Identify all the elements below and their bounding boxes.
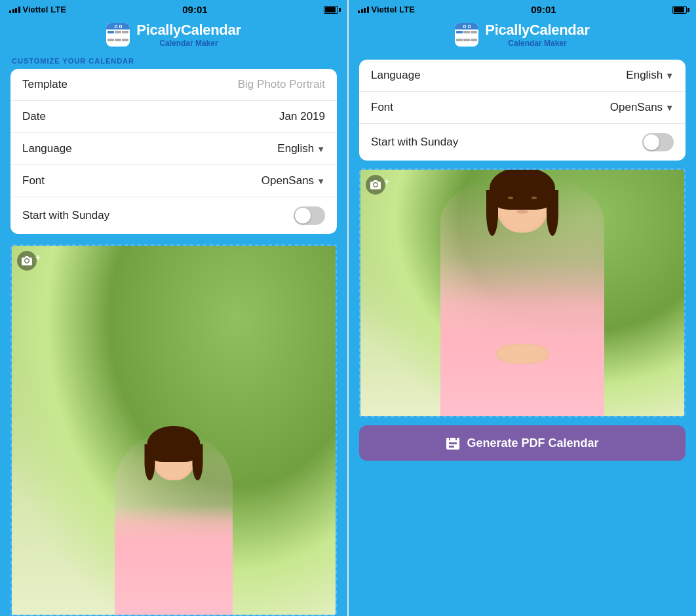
date-value: Jan 2019 [279, 110, 325, 123]
section-label: CUSTOMIZE YOUR CALENDAR [0, 54, 347, 69]
language-dropdown-left[interactable]: English ▼ [277, 142, 325, 155]
template-value: Big Photo Portrait [238, 78, 325, 91]
status-right-right [672, 6, 687, 14]
carrier-label-right: Viettel [372, 5, 397, 14]
sunday-label-left: Start with Sunday [22, 209, 109, 222]
svg-rect-7 [449, 446, 452, 448]
carrier-label: Viettel [23, 5, 48, 14]
time-label-right: 09:01 [531, 4, 556, 15]
status-left: Viettel LTE [9, 5, 66, 14]
status-bar-left: Viettel LTE 09:01 [0, 0, 347, 18]
battery-icon [324, 6, 338, 14]
camera-icon-right [370, 180, 381, 189]
toggle-knob-right [644, 134, 659, 150]
battery-icon-right [672, 6, 687, 14]
font-label-left: Font [22, 174, 45, 187]
camera-icon-left [22, 256, 32, 265]
toggle-knob-left [295, 208, 311, 223]
app-name-right: PicallyCalendar [485, 22, 589, 39]
sunday-toggle-right[interactable] [642, 133, 674, 151]
svg-rect-8 [452, 446, 454, 448]
font-arrow-right: ▼ [665, 103, 674, 113]
status-bar-right: Viettel LTE 09:01 [349, 0, 696, 18]
language-label-right: Language [371, 69, 421, 82]
app-header-right: PicallyCalendar Calendar Maker [349, 18, 696, 54]
svg-rect-4 [449, 442, 452, 444]
language-dropdown-right[interactable]: English ▼ [626, 69, 674, 82]
language-row-right[interactable]: Language English ▼ [359, 60, 686, 92]
network-label-right: LTE [399, 5, 415, 14]
status-left-right: Viettel LTE [358, 5, 415, 14]
add-icon-left: + [35, 252, 41, 263]
sunday-row-left[interactable]: Start with Sunday [10, 197, 337, 234]
font-row-right[interactable]: Font OpenSans ▼ [359, 92, 686, 124]
app-subtitle-left: Calendar Maker [136, 39, 241, 48]
sunday-row-right[interactable]: Start with Sunday [359, 124, 686, 161]
photo-area-right[interactable]: + [359, 168, 686, 417]
language-row-left[interactable]: Language English ▼ [10, 133, 337, 165]
language-label-left: Language [22, 142, 72, 155]
font-row-left[interactable]: Font OpenSans ▼ [10, 165, 337, 197]
sunday-toggle-left[interactable] [294, 206, 325, 225]
app-logo-right [455, 23, 478, 47]
pdf-calendar-icon [446, 436, 460, 450]
language-value-right: English [626, 69, 663, 82]
generate-pdf-button[interactable]: Generate PDF Calendar [359, 425, 686, 461]
date-label: Date [22, 110, 46, 123]
template-row[interactable]: Template Big Photo Portrait [10, 69, 337, 101]
panel-left: Viettel LTE 09:01 PicallyCal [0, 0, 347, 616]
camera-button-right[interactable] [366, 175, 385, 195]
language-value-left: English [277, 142, 314, 155]
svg-rect-5 [452, 442, 454, 444]
font-value-left: OpenSans [261, 174, 314, 187]
font-dropdown-left[interactable]: OpenSans ▼ [261, 174, 325, 187]
portrait-image-right [440, 174, 604, 416]
font-dropdown-right[interactable]: OpenSans ▼ [610, 101, 674, 114]
font-label-right: Font [371, 101, 393, 114]
settings-card-left: Template Big Photo Portrait Date Jan 201… [10, 69, 337, 234]
generate-btn-label: Generate PDF Calendar [467, 436, 598, 450]
sunday-label-right: Start with Sunday [371, 136, 458, 149]
time-label: 09:01 [182, 4, 207, 15]
app-logo-left [106, 23, 130, 47]
font-value-right: OpenSans [610, 101, 663, 114]
portrait-image-left [115, 431, 233, 615]
app-subtitle-right: Calendar Maker [485, 39, 589, 48]
font-arrow-left: ▼ [317, 176, 325, 186]
status-right [324, 6, 338, 14]
date-row[interactable]: Date Jan 2019 [10, 101, 337, 133]
network-label: LTE [50, 5, 66, 14]
camera-button-left[interactable] [17, 251, 37, 271]
app-name-left: PicallyCalendar [136, 22, 241, 39]
settings-card-right: Language English ▼ Font OpenSans ▼ Start… [359, 60, 686, 161]
language-arrow-left: ▼ [317, 144, 325, 154]
language-arrow-right: ▼ [665, 71, 674, 81]
template-label: Template [22, 78, 68, 91]
svg-rect-6 [454, 442, 457, 444]
photo-area-left[interactable]: + [10, 244, 337, 616]
signal-icon [9, 7, 20, 13]
signal-icon-right [358, 7, 369, 13]
app-header-left: PicallyCalendar Calendar Maker [0, 18, 347, 54]
panel-right: Viettel LTE 09:01 PicallyCal [349, 0, 696, 616]
add-icon-right: + [384, 176, 389, 187]
svg-rect-1 [446, 438, 459, 441]
